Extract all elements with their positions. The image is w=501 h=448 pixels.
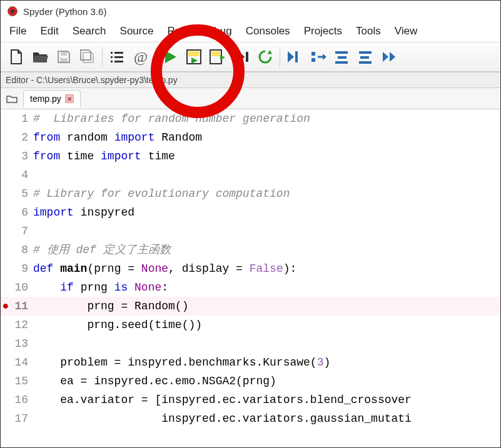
- menu-view[interactable]: View: [395, 25, 418, 37]
- menu-projects[interactable]: Projects: [304, 25, 342, 37]
- code-line[interactable]: 4: [1, 166, 500, 184]
- code-line[interactable]: 10 if prng is None:: [1, 278, 500, 297]
- code-text[interactable]: # Libraries for random number generation: [33, 109, 500, 128]
- menubar: File Edit Search Source Run Debug Consol…: [1, 22, 500, 42]
- code-line[interactable]: 3from time import time: [1, 147, 500, 166]
- code-text[interactable]: [33, 222, 500, 241]
- run-selection-button[interactable]: [230, 45, 253, 69]
- menu-edit[interactable]: Edit: [40, 25, 58, 37]
- svg-rect-20: [338, 56, 347, 59]
- line-number: 5: [11, 184, 33, 203]
- line-number: 11: [11, 297, 33, 316]
- menu-search[interactable]: Search: [73, 25, 106, 37]
- svg-rect-13: [211, 51, 220, 56]
- code-line[interactable]: 8# 使用 def 定义了主函数: [1, 241, 500, 259]
- svg-rect-3: [60, 58, 68, 62]
- svg-rect-19: [335, 51, 348, 54]
- step-into-button[interactable]: [330, 45, 354, 69]
- spyder-icon: [7, 6, 18, 17]
- code-line[interactable]: 7: [1, 222, 500, 241]
- menu-consoles[interactable]: Consoles: [246, 25, 290, 37]
- code-text[interactable]: ea.variator = [inspyred.ec.variators.ble…: [33, 391, 500, 409]
- code-text[interactable]: def main(prng = None, display = False):: [33, 259, 500, 278]
- code-text[interactable]: from random import Random: [33, 128, 500, 147]
- outline-button[interactable]: [105, 45, 129, 69]
- breakpoint-gutter[interactable]: ●: [1, 297, 11, 316]
- rerun-button[interactable]: [253, 45, 277, 69]
- code-line[interactable]: 1# Libraries for random number generatio…: [1, 109, 500, 128]
- line-number: 6: [11, 203, 33, 222]
- menu-file[interactable]: File: [9, 25, 26, 37]
- code-line[interactable]: 17 inspyred.ec.variators.gaussian_mutati: [1, 409, 500, 428]
- code-line[interactable]: 12 prng.seed(time()): [1, 316, 500, 334]
- svg-rect-22: [359, 51, 372, 54]
- svg-rect-9: [114, 61, 123, 62]
- svg-rect-18: [311, 58, 315, 62]
- svg-rect-15: [246, 52, 248, 62]
- code-line[interactable]: 5# Library for evolutionary computation: [1, 184, 500, 203]
- browse-tabs-icon[interactable]: [4, 94, 19, 103]
- code-line[interactable]: 9def main(prng = None, display = False):: [1, 259, 500, 278]
- svg-rect-11: [188, 51, 200, 56]
- code-text[interactable]: prng = Random(): [33, 297, 500, 316]
- code-line[interactable]: 14 problem = inspyred.benchmarks.Kursawe…: [1, 353, 500, 372]
- line-number: 4: [11, 166, 33, 184]
- code-line[interactable]: ●11 prng = Random(): [1, 297, 500, 316]
- tabbar: temp.py ✕: [1, 88, 500, 109]
- line-number: 10: [11, 278, 33, 297]
- code-text[interactable]: prng.seed(time()): [33, 316, 500, 334]
- continue-button[interactable]: [378, 45, 402, 69]
- svg-rect-4: [111, 52, 113, 54]
- code-line[interactable]: 15 ea = inspyred.ec.emo.NSGA2(prng): [1, 372, 500, 391]
- at-symbol-button[interactable]: @: [129, 45, 153, 69]
- code-line[interactable]: 6import inspyred: [1, 203, 500, 222]
- line-number: 1: [11, 109, 33, 128]
- line-number: 16: [11, 391, 33, 409]
- step-button[interactable]: [306, 45, 330, 69]
- code-text[interactable]: [33, 334, 500, 353]
- code-line[interactable]: 13: [1, 334, 500, 353]
- svg-rect-17: [311, 52, 315, 56]
- code-editor[interactable]: 1# Libraries for random number generatio…: [1, 109, 500, 428]
- svg-point-1: [11, 9, 14, 13]
- run-cell-advance-button[interactable]: [206, 45, 230, 69]
- tab-label: temp.py: [30, 94, 61, 104]
- svg-rect-7: [114, 56, 123, 58]
- toolbar-separator: [280, 47, 280, 67]
- run-button[interactable]: [158, 45, 182, 69]
- code-text[interactable]: inspyred.ec.variators.gaussian_mutati: [33, 409, 500, 428]
- line-number: 13: [11, 334, 33, 353]
- svg-rect-6: [111, 56, 113, 58]
- line-number: 2: [11, 128, 33, 147]
- code-text[interactable]: [33, 166, 500, 184]
- new-file-button[interactable]: [4, 45, 28, 69]
- svg-rect-21: [335, 61, 348, 64]
- line-number: 14: [11, 353, 33, 372]
- code-text[interactable]: # 使用 def 定义了主函数: [33, 241, 500, 259]
- line-number: 9: [11, 259, 33, 278]
- line-number: 3: [11, 147, 33, 166]
- tab-temp-py[interactable]: temp.py ✕: [23, 90, 81, 107]
- code-line[interactable]: 16 ea.variator = [inspyred.ec.variators.…: [1, 391, 500, 409]
- menu-debug[interactable]: Debug: [201, 25, 232, 37]
- code-line[interactable]: 2from random import Random: [1, 128, 500, 147]
- code-text[interactable]: # Library for evolutionary computation: [33, 184, 500, 203]
- svg-rect-24: [359, 61, 372, 64]
- close-tab-icon[interactable]: ✕: [65, 94, 74, 103]
- menu-run[interactable]: Run: [167, 25, 186, 37]
- save-all-button[interactable]: [76, 45, 99, 69]
- step-out-button[interactable]: [354, 45, 378, 69]
- code-text[interactable]: if prng is None:: [33, 278, 500, 297]
- menu-source[interactable]: Source: [120, 25, 154, 37]
- code-text[interactable]: ea = inspyred.ec.emo.NSGA2(prng): [33, 372, 500, 391]
- code-text[interactable]: import inspyred: [33, 203, 500, 222]
- code-text[interactable]: problem = inspyred.benchmarks.Kursawe(3): [33, 353, 500, 372]
- debug-button[interactable]: [283, 45, 306, 69]
- code-text[interactable]: from time import time: [33, 147, 500, 166]
- run-cell-button[interactable]: [182, 45, 206, 69]
- menu-tools[interactable]: Tools: [356, 25, 381, 37]
- svg-rect-23: [360, 56, 369, 59]
- open-file-button[interactable]: [28, 45, 52, 69]
- save-button[interactable]: [52, 45, 76, 69]
- svg-rect-2: [61, 52, 67, 56]
